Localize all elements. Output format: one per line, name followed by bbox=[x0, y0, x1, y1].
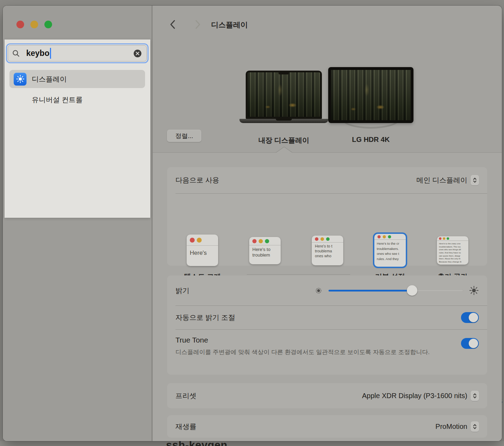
brightness-slider[interactable] bbox=[329, 290, 463, 292]
scaling-option-larger-text[interactable]: Here's bbox=[187, 235, 218, 266]
close-button[interactable] bbox=[16, 21, 24, 28]
refresh-rate-label: 재생률 bbox=[175, 422, 196, 431]
system-settings-window: keybo 디스플레 bbox=[3, 6, 502, 441]
laptop-base bbox=[239, 119, 328, 123]
mock-window-text: Here's bbox=[187, 246, 218, 257]
desktop: { "background": { "clipped_text_bottom":… bbox=[0, 0, 504, 446]
search-icon bbox=[12, 50, 20, 57]
monitor-frame bbox=[328, 67, 413, 123]
forward-button[interactable] bbox=[195, 20, 201, 29]
preset-row: 프리셋 Apple XDR Display (P3-1600 nits) bbox=[167, 383, 487, 408]
display-name-lg: LG HDR 4K bbox=[329, 136, 413, 144]
scaling-option-more-space[interactable]: Here's to the crazy one troublemakers. T… bbox=[437, 236, 468, 265]
brightness-low-icon bbox=[315, 287, 322, 294]
search-result-label: 유니버설 컨트롤 bbox=[32, 95, 83, 105]
mock-window-titlebar bbox=[249, 237, 281, 245]
search-input[interactable]: keybo bbox=[8, 45, 147, 62]
text-caret bbox=[50, 48, 51, 59]
background-window-strip bbox=[0, 441, 504, 446]
true-tone-toggle[interactable] bbox=[461, 338, 479, 349]
page-title: 디스플레이 bbox=[211, 20, 248, 30]
brightness-label: 밝기 bbox=[175, 286, 189, 295]
use-as-popup-button[interactable] bbox=[471, 175, 479, 185]
scaling-option-3[interactable]: Here's to t troublema ones who bbox=[312, 236, 343, 265]
mock-window-text: Here's to troublem bbox=[249, 245, 281, 258]
chevron-up-down-icon bbox=[473, 424, 477, 430]
chevron-up-down-icon bbox=[473, 177, 477, 183]
search-query-text: keybo bbox=[26, 49, 49, 58]
auto-brightness-label: 자동으로 밝기 조절 bbox=[175, 313, 235, 322]
mock-window-titlebar bbox=[374, 234, 406, 240]
chevron-up-down-icon bbox=[473, 393, 477, 399]
search-result-displays[interactable]: 디스플레이 bbox=[9, 70, 145, 88]
mock-window-titlebar bbox=[187, 235, 218, 246]
scaling-option-default[interactable]: Here's to the cr troublemakers. ones who… bbox=[374, 234, 406, 267]
section-divider bbox=[153, 152, 502, 153]
display-name-builtin: 내장 디스플레이 bbox=[242, 136, 326, 145]
zoom-button[interactable] bbox=[44, 21, 52, 28]
refresh-rate-value: ProMotion bbox=[435, 423, 467, 431]
minimize-button[interactable] bbox=[30, 21, 38, 28]
preset-label: 프리셋 bbox=[175, 391, 196, 401]
scaling-track-line bbox=[247, 274, 350, 275]
brightness-row: 밝기 bbox=[167, 275, 487, 305]
scaling-options: Here's Here's to troublem Here's to t tr… bbox=[167, 194, 487, 266]
brightness-icon bbox=[14, 73, 27, 86]
auto-brightness-row: 자동으로 밝기 조절 bbox=[167, 306, 487, 329]
selected-display-pointer bbox=[276, 146, 293, 153]
preset-popup-button[interactable] bbox=[471, 391, 479, 401]
brightness-card: 밝기 bbox=[167, 275, 487, 375]
back-button[interactable] bbox=[170, 20, 176, 29]
use-as-value: 메인 디스플레이 bbox=[416, 175, 467, 185]
brightness-high-icon bbox=[469, 286, 479, 295]
true-tone-row: True Tone 디스플레이를 주변광에 맞춰 색상이 다른 환경에서도 일관… bbox=[167, 330, 487, 358]
toggle-knob bbox=[469, 339, 478, 348]
toggle-knob bbox=[469, 313, 478, 322]
scaling-option-2[interactable]: Here's to troublem bbox=[249, 237, 281, 264]
window-controls bbox=[16, 21, 52, 28]
true-tone-label: True Tone bbox=[175, 336, 430, 344]
display-thumbnail-builtin[interactable] bbox=[239, 71, 328, 123]
display-thumbnail-lg-hdr-4k[interactable] bbox=[328, 67, 413, 123]
mock-window-text: Here's to the cr troublemakers. ones who… bbox=[374, 240, 406, 262]
preset-card: 프리셋 Apple XDR Display (P3-1600 nits) bbox=[167, 383, 487, 408]
wallpaper-image bbox=[247, 72, 320, 117]
use-as-row: 다음으로 사용 메인 디스플레이 bbox=[167, 167, 487, 193]
mock-window-text: Here's to t troublema ones who bbox=[312, 243, 343, 258]
search-results-panel: keybo 디스플레 bbox=[5, 39, 150, 218]
brightness-slider-thumb[interactable] bbox=[407, 285, 417, 296]
true-tone-description: 디스플레이를 주변광에 맞춰 색상이 다른 환경에서도 일관적으로 보이도록 자… bbox=[175, 347, 430, 358]
mock-window-titlebar bbox=[437, 236, 468, 241]
search-result-label: 디스플레이 bbox=[32, 74, 67, 84]
refresh-rate-card: 재생률 ProMotion bbox=[167, 415, 487, 438]
preset-value: Apple XDR Display (P3-1600 nits) bbox=[362, 392, 467, 400]
search-focus-ring: keybo bbox=[6, 43, 149, 63]
refresh-rate-row: 재생률 ProMotion bbox=[167, 415, 487, 438]
clear-search-icon[interactable] bbox=[134, 49, 142, 57]
laptop-notch bbox=[279, 72, 289, 74]
laptop-screen bbox=[246, 71, 322, 119]
mock-window-text: Here's to the crazy one troublemakers. T… bbox=[437, 241, 468, 264]
brightness-slider-fill bbox=[329, 290, 412, 292]
refresh-rate-popup-button[interactable] bbox=[471, 422, 479, 432]
display-mode-card: 다음으로 사용 메인 디스플레이 Here's He bbox=[167, 167, 487, 266]
arrange-button[interactable]: 정렬... bbox=[167, 130, 201, 142]
use-as-label: 다음으로 사용 bbox=[175, 175, 219, 185]
mock-window-titlebar bbox=[312, 236, 343, 243]
search-result-universal-control[interactable]: 유니버설 컨트롤 bbox=[9, 91, 145, 108]
auto-brightness-toggle[interactable] bbox=[461, 312, 479, 323]
wallpaper-image bbox=[331, 70, 411, 120]
